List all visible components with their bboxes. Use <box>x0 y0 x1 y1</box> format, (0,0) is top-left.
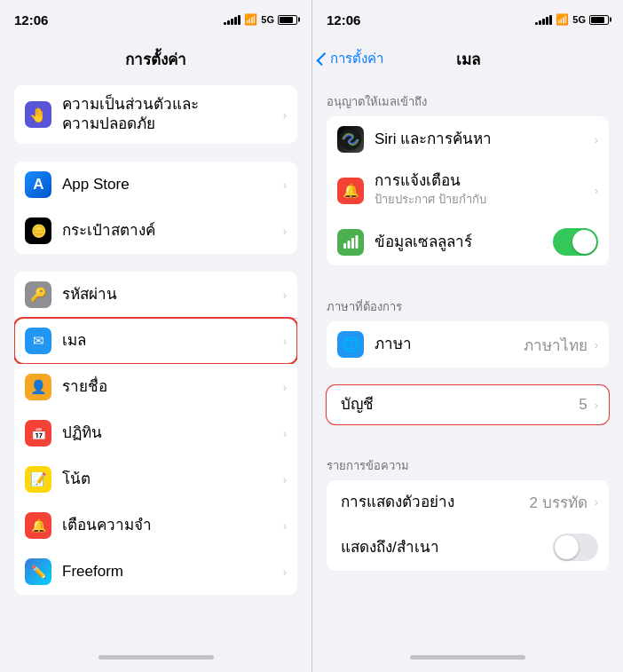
apps2-group: 🔑 รหัสผ่าน › ✉ เมล › 👤 รายชื่อ › 📅 ปฏิทิ… <box>14 272 297 595</box>
chevron-freeform: › <box>283 565 287 579</box>
nav-bar-right: การตั้งค่า เมล <box>312 39 623 78</box>
svg-rect-4 <box>356 235 359 249</box>
sidebar-item-notes[interactable]: 📝 โน้ต › <box>14 456 297 502</box>
sidebar-item-mail[interactable]: ✉ เมล › <box>14 318 297 364</box>
battery-icon-right <box>589 15 609 25</box>
chevron-wallet: › <box>283 225 287 238</box>
wallet-label: กระเป๋าสตางค์ <box>62 222 280 240</box>
status-bar-right: 12:06 📶 5G <box>312 0 623 39</box>
svg-rect-3 <box>351 238 354 249</box>
privacy-icon: 🤚 <box>25 101 51 128</box>
time-right: 12:06 <box>327 12 360 28</box>
chevron-notifications: › <box>595 184 598 197</box>
notes-icon: 📝 <box>25 466 51 493</box>
battery-icon-left <box>278 15 297 25</box>
sidebar-item-password[interactable]: 🔑 รหัสผ่าน › <box>14 272 297 318</box>
notes-label: โน้ต <box>62 470 280 488</box>
chevron-reminders: › <box>283 519 287 533</box>
chevron-notes: › <box>283 473 287 486</box>
wifi-icon-left: 📶 <box>244 13 257 26</box>
siri-label: Siri และการค้นหา <box>375 130 591 148</box>
notifications-text-block: การแจ้งเตือน ป้ายประกาศ ป้ายกำกับ <box>375 172 591 209</box>
cellular-label: ข้อมูลเซลลูลาร์ <box>375 233 553 251</box>
calendar-icon: 📅 <box>25 420 51 447</box>
accounts-item[interactable]: บัญชี 5 › <box>327 385 609 424</box>
back-button[interactable]: การตั้งค่า <box>319 48 383 69</box>
privacy-label: ความเป็นส่วนตัวและความปลอดภัย <box>62 95 280 134</box>
status-bar-left: 12:06 📶 5G <box>0 0 312 39</box>
language-group: 🌐 ภาษา ภาษาไทย › <box>327 321 609 368</box>
cellular-toggle[interactable] <box>553 228 598 256</box>
siri-icon <box>337 126 364 153</box>
5g-icon-right: 5G <box>572 14 586 25</box>
wifi-icon-right: 📶 <box>556 13 569 26</box>
accounts-group: บัญชี 5 › <box>327 385 609 424</box>
right-panel: 12:06 📶 5G การตั้งค่า เมล อนุญาตให้เมล <box>312 0 623 672</box>
chevron-password: › <box>283 289 287 302</box>
chevron-preview: › <box>595 495 598 509</box>
reminders-icon: 🔔 <box>25 512 51 539</box>
siri-icon-svg <box>339 128 362 151</box>
signal-icon-left <box>224 14 241 25</box>
privacy-group: 🤚 ความเป็นส่วนตัวและความปลอดภัย › <box>14 85 297 144</box>
calendar-label: ปฏิทิน <box>62 424 280 442</box>
nav-title-right: เมล <box>456 47 480 71</box>
status-icons-left: 📶 5G <box>224 13 297 26</box>
cellular-item[interactable]: ข้อมูลเซลลูลาร์ <box>327 218 609 265</box>
messages-group: การแสดงตัวอย่าง 2 บรรทัด › แสดงถึง/สำเนา <box>327 480 609 571</box>
freeform-label: Freeform <box>62 563 280 581</box>
reminders-label: เตือนความจำ <box>62 517 280 534</box>
organize-thread-label: แสดงถึง/สำเนา <box>341 539 553 557</box>
cellular-icon <box>337 229 364 256</box>
chevron-mail: › <box>283 335 287 348</box>
time-left: 12:06 <box>14 12 48 28</box>
chevron-calendar: › <box>283 427 287 440</box>
wallet-icon: 🪙 <box>25 217 51 244</box>
chevron-contacts: › <box>283 381 287 394</box>
svg-rect-2 <box>348 241 351 249</box>
preview-value: 2 บรรทัด <box>529 490 587 514</box>
chevron-privacy: › <box>283 108 287 122</box>
sidebar-item-appstore[interactable]: A App Store › <box>14 162 297 208</box>
messages-section-header: รายการข้อความ <box>312 442 623 480</box>
password-icon: 🔑 <box>25 281 51 308</box>
language-icon: 🌐 <box>337 331 364 358</box>
language-section-header: ภาษาที่ต้องการ <box>312 283 623 321</box>
appstore-label: App Store <box>62 176 280 194</box>
status-icons-right: 📶 5G <box>535 13 609 26</box>
mail-icon: ✉ <box>25 328 51 354</box>
sidebar-item-freeform[interactable]: ✏️ Freeform › <box>14 549 297 595</box>
right-list-container[interactable]: อนุญาตให้เมลเข้าถึง Siri และการค้นหา › 🔔 <box>312 78 623 642</box>
sidebar-item-privacy[interactable]: 🤚 ความเป็นส่วนตัวและความปลอดภัย › <box>14 85 297 144</box>
notifications-label: การแจ้งเตือน <box>375 172 591 190</box>
password-label: รหัสผ่าน <box>62 286 280 304</box>
chevron-accounts: › <box>595 399 598 412</box>
left-list-container[interactable]: 🤚 ความเป็นส่วนตัวและความปลอดภัย › A App … <box>0 78 312 642</box>
notifications-item[interactable]: 🔔 การแจ้งเตือน ป้ายประกาศ ป้ายกำกับ › <box>327 162 609 218</box>
cellular-toggle-knob <box>572 230 596 254</box>
preview-item[interactable]: การแสดงตัวอย่าง 2 บรรทัด › <box>327 480 609 524</box>
svg-rect-1 <box>343 243 346 249</box>
home-bar-right <box>410 655 525 660</box>
organize-thread-toggle[interactable] <box>553 534 598 561</box>
notifications-icon: 🔔 <box>337 178 364 204</box>
chevron-siri: › <box>595 133 598 146</box>
accounts-label: บัญชี <box>341 396 579 414</box>
contacts-icon: 👤 <box>25 374 51 400</box>
language-value: ภาษาไทย <box>524 333 588 357</box>
sidebar-item-reminders[interactable]: 🔔 เตือนความจำ › <box>14 502 297 549</box>
freeform-icon: ✏️ <box>25 558 51 585</box>
apps-group: A App Store › 🪙 กระเป๋าสตางค์ › <box>14 162 297 254</box>
contacts-label: รายชื่อ <box>62 378 280 396</box>
sidebar-item-contacts[interactable]: 👤 รายชื่อ › <box>14 364 297 410</box>
sidebar-item-wallet[interactable]: 🪙 กระเป๋าสตางค์ › <box>14 208 297 254</box>
siri-section-header: อนุญาตให้เมลเข้าถึง <box>312 78 623 116</box>
notifications-sub: ป้ายประกาศ ป้ายกำกับ <box>375 190 591 209</box>
language-item[interactable]: 🌐 ภาษา ภาษาไทย › <box>327 321 609 368</box>
sidebar-item-calendar[interactable]: 📅 ปฏิทิน › <box>14 410 297 456</box>
siri-search-item[interactable]: Siri และการค้นหา › <box>327 116 609 162</box>
cellular-svg <box>343 234 359 250</box>
organize-thread-item[interactable]: แสดงถึง/สำเนา <box>327 524 609 571</box>
preview-label: การแสดงตัวอย่าง <box>341 494 529 511</box>
home-bar-left <box>99 655 214 660</box>
